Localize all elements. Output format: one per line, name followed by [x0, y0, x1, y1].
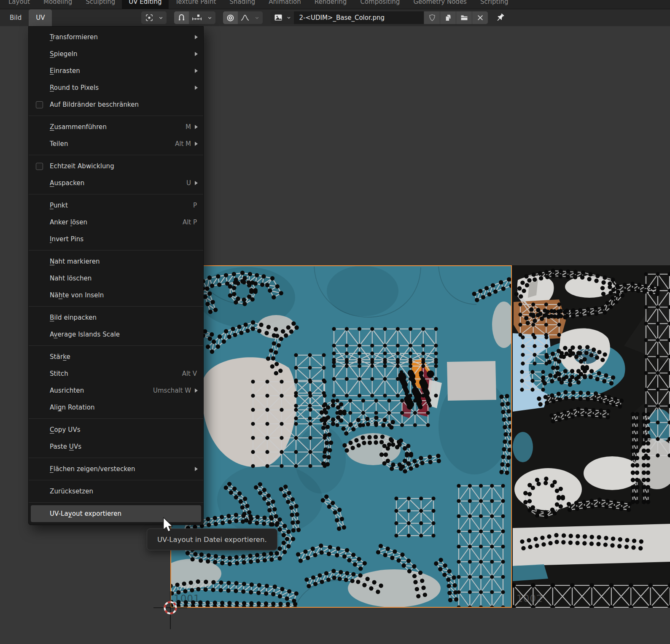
menu-item-spiegeln[interactable]: Spiegeln — [31, 46, 201, 62]
menu-separator — [29, 250, 203, 251]
submenu-arrow-icon — [195, 388, 198, 393]
menu-item-label: UV-Layout exportieren — [50, 510, 121, 517]
menu-separator — [29, 502, 203, 503]
fake-user-shield-icon[interactable] — [424, 11, 440, 24]
menu-item-label: Punkt — [50, 202, 68, 209]
menu-item-label: Echtzeit Abwicklung — [50, 162, 114, 170]
proportional-edit-icon[interactable] — [223, 11, 238, 24]
menu-item-auf-bildr-nder-beschr-nken[interactable]: Auf Bildränder beschränken — [31, 96, 201, 113]
pivot-point-icon[interactable] — [141, 11, 156, 24]
menu-item-einrasten[interactable]: Einrasten — [31, 62, 201, 79]
menu-separator — [29, 345, 203, 346]
tab-shading[interactable]: Shading — [223, 0, 262, 9]
menu-separator — [29, 306, 203, 307]
menu-item-teilen[interactable]: TeilenAlt M — [31, 135, 201, 152]
tab-compositing[interactable]: Compositing — [353, 0, 406, 9]
menu-item-paste-uvs[interactable]: Paste UVs — [31, 438, 201, 455]
uv-editor-header: Bild UV — [0, 9, 670, 26]
menu-item-label: Auspacken — [50, 179, 84, 187]
tab-uv-editing[interactable]: UV Editing — [122, 0, 168, 9]
menu-item-punkt[interactable]: PunktP — [31, 197, 201, 214]
snap-dropdown-chevron-icon[interactable] — [205, 11, 215, 24]
menu-item-label: Invert Pins — [50, 235, 83, 243]
checkbox[interactable] — [36, 163, 43, 170]
menu-item-naht-l-schen[interactable]: Naht löschen — [31, 270, 201, 287]
menu-item-label: Align Rotation — [50, 404, 95, 411]
shortcut-label: M — [186, 123, 191, 131]
menu-item-copy-uvs[interactable]: Copy UVs — [31, 421, 201, 438]
mouse-cursor-icon — [163, 517, 175, 535]
tab-modeling[interactable]: Modeling — [37, 0, 79, 9]
proportional-edit-group — [223, 11, 263, 24]
submenu-arrow-icon — [195, 35, 198, 39]
menu-separator — [29, 418, 203, 419]
menu-item-transformieren[interactable]: Transformieren — [31, 29, 201, 46]
udim-label-1001: 1001 — [174, 593, 200, 604]
checkbox[interactable] — [36, 101, 43, 108]
menu-item-label: Einrasten — [50, 67, 80, 75]
image-selector-group: 2-<UDIM>_Base_Color.png — [270, 11, 488, 24]
menu-item-uv-layout-exportieren[interactable]: UV-Layout exportieren — [31, 505, 201, 522]
tab-animation[interactable]: Animation — [262, 0, 307, 9]
menu-item-naht-markieren[interactable]: Naht markieren — [31, 253, 201, 270]
menu-item-align-rotation[interactable]: Align Rotation — [31, 399, 201, 416]
menu-item-n-hte-von-inseln[interactable]: Nähte von Inseln — [31, 287, 201, 304]
pin-icon[interactable] — [495, 12, 506, 23]
menu-item-label: Spiegeln — [50, 50, 78, 58]
menu-item-ausrichten[interactable]: AusrichtenUmschalt W — [31, 382, 201, 399]
falloff-dropdown-chevron-icon[interactable] — [252, 11, 263, 24]
menu-separator — [29, 155, 203, 155]
submenu-arrow-icon — [195, 69, 198, 73]
tab-scripting[interactable]: Scripting — [474, 0, 515, 9]
shortcut-label: Alt M — [175, 140, 191, 148]
pivot-dropdown-chevron-icon[interactable] — [156, 11, 167, 24]
menu-item-label: Copy UVs — [50, 426, 81, 434]
menu-item-round-to-pixels[interactable]: Round to Pixels — [31, 79, 201, 96]
image-browse-chevron-icon[interactable] — [285, 11, 294, 24]
submenu-arrow-icon — [195, 467, 198, 471]
menu-item-average-islands-scale[interactable]: Average Islands Scale — [31, 326, 201, 343]
pivot-point-group — [141, 11, 167, 24]
menu-item-label: Flächen zeigen/verstecken — [50, 465, 135, 473]
menu-item-label: Nähte von Inseln — [50, 291, 104, 299]
menu-uv[interactable]: UV — [29, 9, 52, 26]
tab-rendering[interactable]: Rendering — [308, 0, 354, 9]
submenu-arrow-icon — [195, 181, 198, 185]
menu-item-zusammenf-hren[interactable]: ZusammenführenM — [31, 119, 201, 135]
snap-increment-icon[interactable] — [189, 11, 205, 24]
menu-item-anker-l-sen[interactable]: Anker lösenAlt P — [31, 214, 201, 231]
udim-tile-1001[interactable] — [162, 265, 516, 610]
udim-tile-1002[interactable] — [511, 265, 670, 610]
menu-item-label: Zusammenführen — [50, 123, 107, 131]
menu-item-zur-cksetzen[interactable]: Zurücksetzen — [31, 483, 201, 500]
menu-separator — [29, 116, 203, 116]
tab-sculpting[interactable]: Sculpting — [79, 0, 122, 9]
menu-bild[interactable]: Bild — [3, 9, 29, 26]
image-name-field[interactable]: 2-<UDIM>_Base_Color.png — [294, 11, 424, 24]
submenu-arrow-icon — [195, 142, 198, 146]
menu-item-label: Ausrichten — [50, 387, 84, 394]
menu-separator — [29, 194, 203, 194]
shortcut-label: P — [193, 202, 197, 209]
menu-item-invert-pins[interactable]: Invert Pins — [31, 231, 201, 248]
open-folder-icon[interactable] — [456, 11, 472, 24]
menu-item-bild-einpacken[interactable]: Bild einpacken — [31, 309, 201, 326]
menu-item-stitch[interactable]: StitchAlt V — [31, 365, 201, 382]
falloff-curve-icon[interactable] — [238, 11, 252, 24]
snap-magnet-icon[interactable] — [174, 11, 189, 24]
menu-item-auspacken[interactable]: AuspackenU — [31, 175, 201, 191]
tab-layout[interactable]: Layout — [2, 0, 37, 9]
menu-item-label: Auf Bildränder beschränken — [50, 101, 139, 108]
menu-item-fl-chen-zeigen-verstecken[interactable]: Flächen zeigen/verstecken — [31, 461, 201, 477]
tab-texture-paint[interactable]: Texture Paint — [169, 0, 223, 9]
menu-item-label: Naht löschen — [50, 275, 91, 282]
menu-item-st-rke[interactable]: Stärke — [31, 348, 201, 365]
menu-item-label: Transformieren — [50, 33, 98, 41]
menu-item-echtzeit-abwicklung[interactable]: Echtzeit Abwicklung — [31, 158, 201, 175]
duplicate-copy-icon[interactable] — [440, 11, 456, 24]
submenu-arrow-icon — [195, 52, 198, 56]
menu-item-label: Bild einpacken — [50, 314, 97, 321]
tab-geometry-nodes[interactable]: Geometry Nodes — [406, 0, 474, 9]
image-browse-icon[interactable] — [270, 11, 285, 24]
unlink-close-icon[interactable] — [472, 11, 488, 24]
